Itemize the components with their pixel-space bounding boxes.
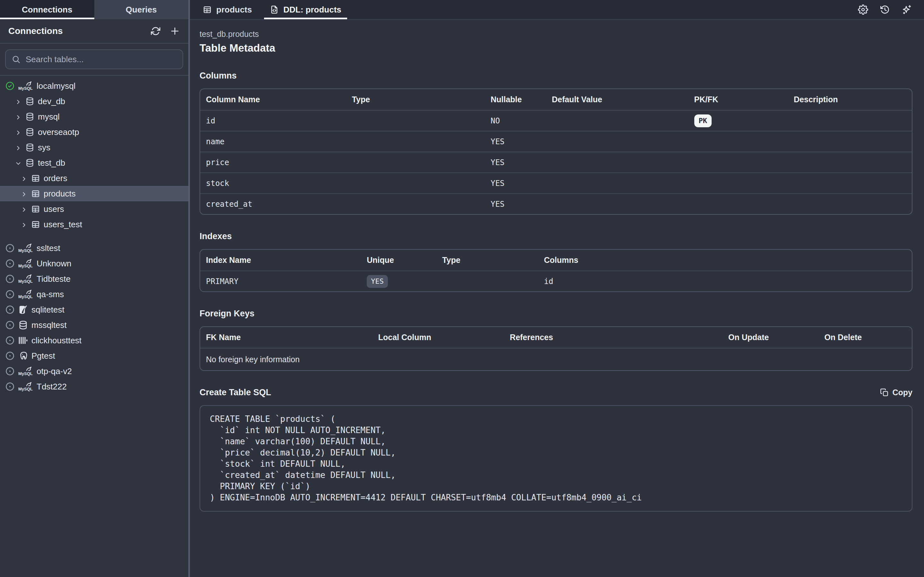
tree-item-label: Tdst222	[37, 382, 67, 392]
svg-text:MySQL: MySQL	[18, 371, 33, 376]
columns-table: Column NameTypeNullableDefault ValuePK/F…	[200, 89, 913, 215]
svg-text:MySQL: MySQL	[18, 294, 33, 299]
table-header-row: Index NameUniqueTypeColumns	[200, 250, 912, 271]
app-window: Connections Queries Connections MySQLloc…	[0, 0, 924, 577]
status-idle-icon	[5, 243, 15, 253]
table-icon	[31, 205, 40, 213]
mssql-icon	[18, 320, 28, 330]
tree-item-connection-otp-qa-v2[interactable]: MySQLotp-qa-v2	[0, 364, 188, 379]
column-header: Index Name	[200, 255, 361, 265]
column-header: Type	[436, 255, 538, 265]
tree-item-label: mssqltest	[31, 320, 67, 330]
column-header: Columns	[538, 255, 912, 265]
tree-item-database-test_db[interactable]: test_db	[0, 155, 188, 171]
clickhouse-icon	[18, 335, 28, 345]
sqlite-icon	[18, 305, 28, 314]
tree-item-label: orders	[44, 173, 67, 183]
pkfk-cell: PK	[688, 114, 788, 127]
column-header: On Delete	[819, 333, 912, 342]
tree-item-connection-ssltest[interactable]: MySQLssltest	[0, 240, 188, 256]
tree-item-database-overseaotp[interactable]: overseaotp	[0, 124, 188, 140]
settings-icon[interactable]	[858, 5, 868, 15]
tree-item-label: sys	[38, 143, 50, 153]
column-header: Description	[788, 95, 912, 104]
ai-sparkles-icon[interactable]	[901, 5, 912, 15]
sidebar-tab-connections[interactable]: Connections	[0, 0, 94, 19]
tree-item-label: users	[44, 204, 64, 214]
chevron-right-icon	[21, 205, 27, 213]
postgres-icon	[18, 351, 28, 361]
tree-item-table-orders[interactable]: orders	[0, 171, 188, 186]
tree-item-connection-qa-sms[interactable]: MySQLqa-sms	[0, 287, 188, 302]
tab-products[interactable]: products	[194, 0, 261, 19]
column-row-id: idNOPK	[200, 110, 912, 131]
copy-sql-button[interactable]: Copy	[880, 388, 913, 397]
tree-item-database-sys[interactable]: sys	[0, 140, 188, 155]
tree-item-connection-sqlitetest[interactable]: sqlitetest	[0, 302, 188, 318]
column-header: Default Value	[546, 95, 688, 104]
sidebar-tab-queries[interactable]: Queries	[94, 0, 189, 19]
column-header: FK Name	[200, 333, 373, 342]
columns-section-title: Columns	[200, 71, 237, 81]
foreign-keys-section-title: Foreign Keys	[200, 309, 254, 319]
tree-item-label: Unknown	[37, 259, 71, 269]
tree-item-database-dev_db[interactable]: dev_db	[0, 93, 188, 109]
status-idle-icon	[5, 351, 15, 361]
column-header: Local Column	[373, 333, 504, 342]
tree-item-connection-clickhousttest[interactable]: clickhousttest	[0, 333, 188, 348]
page-title: Table Metadata	[200, 42, 913, 54]
tree-item-connection-Tidbteste[interactable]: MySQLTidbteste	[0, 271, 188, 287]
tree-item-connection-Pgtest[interactable]: Pgtest	[0, 348, 188, 364]
index-row-PRIMARY: PRIMARYYESid	[200, 271, 912, 292]
chevron-right-icon	[15, 113, 22, 120]
column-header: Type	[346, 95, 485, 104]
add-connection-icon[interactable]	[170, 26, 180, 36]
chevron-right-icon	[21, 175, 27, 182]
sidebar-tab-bar: Connections Queries	[0, 0, 188, 19]
search-box	[5, 49, 183, 69]
database-icon	[25, 112, 34, 121]
table-cell: price	[200, 158, 346, 167]
table-cell: YES	[485, 179, 546, 188]
unique-badge: YES	[367, 275, 388, 288]
tree-item-label: products	[44, 189, 76, 199]
connection-tree: MySQLlocalmysqldev_dbmysqloverseaotpsyst…	[0, 76, 188, 577]
column-row-name: nameYES	[200, 131, 912, 152]
tree-item-table-users_test[interactable]: users_test	[0, 217, 188, 232]
tree-item-connection-mssqltest[interactable]: mssqltest	[0, 318, 188, 333]
svg-text:MySQL: MySQL	[18, 86, 33, 91]
chevron-right-icon	[15, 144, 22, 151]
fk-empty-row: No foreign key information	[200, 348, 912, 370]
mysql-icon: MySQL	[18, 81, 33, 91]
tree-item-connection-Unknown[interactable]: MySQLUnknown	[0, 256, 188, 271]
foreign-keys-section: Foreign Keys FK NameLocal ColumnReferenc…	[200, 309, 913, 371]
table-cell: name	[200, 137, 346, 146]
tab-ddl-products[interactable]: DDL: products	[261, 0, 351, 19]
tree-item-label: clickhousttest	[31, 335, 81, 346]
indexes-section: Indexes Index NameUniqueTypeColumnsPRIMA…	[200, 231, 913, 292]
search-input[interactable]	[25, 54, 177, 65]
tree-item-label: dev_db	[38, 97, 65, 106]
status-idle-icon	[5, 305, 15, 314]
tree-item-table-users[interactable]: users	[0, 201, 188, 217]
table-icon	[203, 5, 212, 14]
tree-item-connection-Tdst222[interactable]: MySQLTdst222	[0, 379, 188, 394]
database-icon	[25, 143, 34, 152]
connections-title: Connections	[8, 26, 150, 36]
tree-item-database-mysql[interactable]: mysql	[0, 109, 188, 124]
tree-item-label: Tidbteste	[37, 274, 71, 284]
refresh-icon[interactable]	[150, 26, 161, 36]
connections-header: Connections	[0, 19, 188, 44]
history-icon[interactable]	[880, 5, 890, 15]
status-idle-icon	[5, 259, 15, 268]
tree-item-table-products[interactable]: products	[0, 186, 188, 201]
mysql-icon: MySQL	[18, 366, 33, 376]
copy-label: Copy	[893, 388, 913, 397]
tree-item-connection-localmysql[interactable]: MySQLlocalmysql	[0, 78, 188, 93]
indexes-section-title: Indexes	[200, 231, 232, 242]
fk-empty-message: No foreign key information	[200, 355, 912, 364]
database-icon	[25, 127, 34, 137]
chevron-right-icon	[15, 129, 22, 135]
tree-item-label: sqlitetest	[31, 305, 65, 315]
sql-code-block: CREATE TABLE `products` ( `id` int NOT N…	[200, 405, 913, 512]
